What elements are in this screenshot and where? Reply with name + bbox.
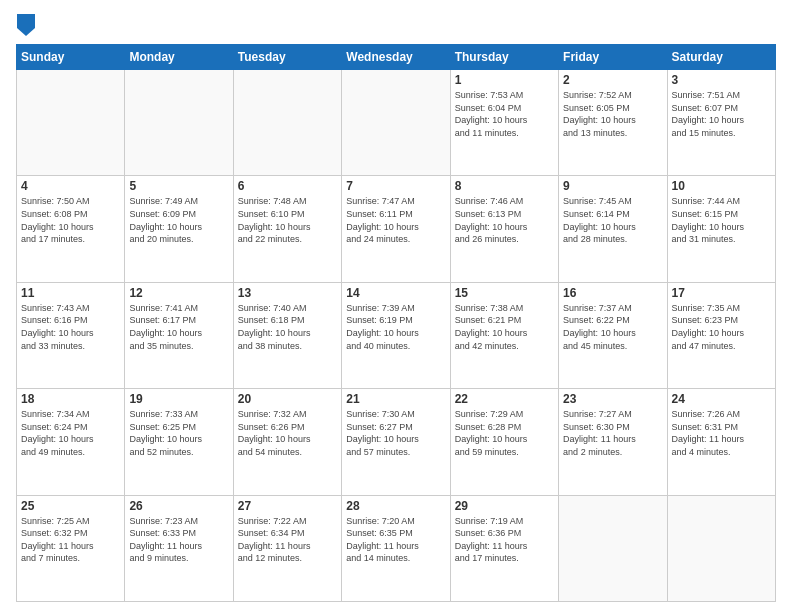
day-info: Sunrise: 7:47 AM Sunset: 6:11 PM Dayligh… [346, 195, 445, 245]
day-number: 15 [455, 286, 554, 300]
day-info: Sunrise: 7:29 AM Sunset: 6:28 PM Dayligh… [455, 408, 554, 458]
day-info: Sunrise: 7:39 AM Sunset: 6:19 PM Dayligh… [346, 302, 445, 352]
day-info: Sunrise: 7:38 AM Sunset: 6:21 PM Dayligh… [455, 302, 554, 352]
day-number: 29 [455, 499, 554, 513]
day-number: 21 [346, 392, 445, 406]
day-info: Sunrise: 7:45 AM Sunset: 6:14 PM Dayligh… [563, 195, 662, 245]
week-row-4: 18Sunrise: 7:34 AM Sunset: 6:24 PM Dayli… [17, 389, 776, 495]
calendar-cell: 1Sunrise: 7:53 AM Sunset: 6:04 PM Daylig… [450, 70, 558, 176]
week-row-5: 25Sunrise: 7:25 AM Sunset: 6:32 PM Dayli… [17, 495, 776, 601]
day-info: Sunrise: 7:51 AM Sunset: 6:07 PM Dayligh… [672, 89, 771, 139]
calendar-cell: 23Sunrise: 7:27 AM Sunset: 6:30 PM Dayli… [559, 389, 667, 495]
day-info: Sunrise: 7:48 AM Sunset: 6:10 PM Dayligh… [238, 195, 337, 245]
calendar-cell [233, 70, 341, 176]
svg-marker-0 [17, 14, 35, 36]
day-header-tuesday: Tuesday [233, 45, 341, 70]
day-info: Sunrise: 7:32 AM Sunset: 6:26 PM Dayligh… [238, 408, 337, 458]
day-info: Sunrise: 7:40 AM Sunset: 6:18 PM Dayligh… [238, 302, 337, 352]
calendar-cell: 8Sunrise: 7:46 AM Sunset: 6:13 PM Daylig… [450, 176, 558, 282]
day-number: 16 [563, 286, 662, 300]
day-number: 5 [129, 179, 228, 193]
calendar-cell: 4Sunrise: 7:50 AM Sunset: 6:08 PM Daylig… [17, 176, 125, 282]
calendar-cell: 26Sunrise: 7:23 AM Sunset: 6:33 PM Dayli… [125, 495, 233, 601]
calendar-cell: 21Sunrise: 7:30 AM Sunset: 6:27 PM Dayli… [342, 389, 450, 495]
calendar-cell: 16Sunrise: 7:37 AM Sunset: 6:22 PM Dayli… [559, 282, 667, 388]
calendar-cell: 2Sunrise: 7:52 AM Sunset: 6:05 PM Daylig… [559, 70, 667, 176]
day-info: Sunrise: 7:30 AM Sunset: 6:27 PM Dayligh… [346, 408, 445, 458]
calendar-cell: 17Sunrise: 7:35 AM Sunset: 6:23 PM Dayli… [667, 282, 775, 388]
calendar-cell: 3Sunrise: 7:51 AM Sunset: 6:07 PM Daylig… [667, 70, 775, 176]
calendar-cell: 27Sunrise: 7:22 AM Sunset: 6:34 PM Dayli… [233, 495, 341, 601]
day-number: 6 [238, 179, 337, 193]
week-row-3: 11Sunrise: 7:43 AM Sunset: 6:16 PM Dayli… [17, 282, 776, 388]
calendar-cell: 9Sunrise: 7:45 AM Sunset: 6:14 PM Daylig… [559, 176, 667, 282]
day-number: 19 [129, 392, 228, 406]
day-number: 3 [672, 73, 771, 87]
calendar-cell: 14Sunrise: 7:39 AM Sunset: 6:19 PM Dayli… [342, 282, 450, 388]
day-info: Sunrise: 7:50 AM Sunset: 6:08 PM Dayligh… [21, 195, 120, 245]
calendar-cell [559, 495, 667, 601]
day-info: Sunrise: 7:53 AM Sunset: 6:04 PM Dayligh… [455, 89, 554, 139]
calendar-cell: 12Sunrise: 7:41 AM Sunset: 6:17 PM Dayli… [125, 282, 233, 388]
day-info: Sunrise: 7:52 AM Sunset: 6:05 PM Dayligh… [563, 89, 662, 139]
day-info: Sunrise: 7:25 AM Sunset: 6:32 PM Dayligh… [21, 515, 120, 565]
day-info: Sunrise: 7:34 AM Sunset: 6:24 PM Dayligh… [21, 408, 120, 458]
day-number: 11 [21, 286, 120, 300]
day-info: Sunrise: 7:33 AM Sunset: 6:25 PM Dayligh… [129, 408, 228, 458]
calendar-cell: 20Sunrise: 7:32 AM Sunset: 6:26 PM Dayli… [233, 389, 341, 495]
day-number: 1 [455, 73, 554, 87]
day-header-monday: Monday [125, 45, 233, 70]
day-number: 7 [346, 179, 445, 193]
day-number: 9 [563, 179, 662, 193]
day-info: Sunrise: 7:22 AM Sunset: 6:34 PM Dayligh… [238, 515, 337, 565]
day-info: Sunrise: 7:35 AM Sunset: 6:23 PM Dayligh… [672, 302, 771, 352]
day-number: 26 [129, 499, 228, 513]
calendar-cell [125, 70, 233, 176]
calendar-cell: 10Sunrise: 7:44 AM Sunset: 6:15 PM Dayli… [667, 176, 775, 282]
page: SundayMondayTuesdayWednesdayThursdayFrid… [0, 0, 792, 612]
week-row-2: 4Sunrise: 7:50 AM Sunset: 6:08 PM Daylig… [17, 176, 776, 282]
day-number: 20 [238, 392, 337, 406]
day-number: 4 [21, 179, 120, 193]
header [16, 16, 776, 36]
day-number: 12 [129, 286, 228, 300]
calendar-cell: 29Sunrise: 7:19 AM Sunset: 6:36 PM Dayli… [450, 495, 558, 601]
day-info: Sunrise: 7:20 AM Sunset: 6:35 PM Dayligh… [346, 515, 445, 565]
day-info: Sunrise: 7:37 AM Sunset: 6:22 PM Dayligh… [563, 302, 662, 352]
day-info: Sunrise: 7:26 AM Sunset: 6:31 PM Dayligh… [672, 408, 771, 458]
day-header-friday: Friday [559, 45, 667, 70]
calendar-cell: 28Sunrise: 7:20 AM Sunset: 6:35 PM Dayli… [342, 495, 450, 601]
day-number: 8 [455, 179, 554, 193]
calendar-cell [667, 495, 775, 601]
calendar-cell: 15Sunrise: 7:38 AM Sunset: 6:21 PM Dayli… [450, 282, 558, 388]
day-header-sunday: Sunday [17, 45, 125, 70]
calendar-table: SundayMondayTuesdayWednesdayThursdayFrid… [16, 44, 776, 602]
day-info: Sunrise: 7:19 AM Sunset: 6:36 PM Dayligh… [455, 515, 554, 565]
day-info: Sunrise: 7:43 AM Sunset: 6:16 PM Dayligh… [21, 302, 120, 352]
calendar-cell [342, 70, 450, 176]
calendar-cell: 13Sunrise: 7:40 AM Sunset: 6:18 PM Dayli… [233, 282, 341, 388]
logo [16, 16, 35, 36]
day-header-wednesday: Wednesday [342, 45, 450, 70]
day-info: Sunrise: 7:46 AM Sunset: 6:13 PM Dayligh… [455, 195, 554, 245]
day-number: 24 [672, 392, 771, 406]
calendar-cell: 6Sunrise: 7:48 AM Sunset: 6:10 PM Daylig… [233, 176, 341, 282]
day-number: 27 [238, 499, 337, 513]
day-number: 23 [563, 392, 662, 406]
day-number: 17 [672, 286, 771, 300]
day-number: 13 [238, 286, 337, 300]
day-info: Sunrise: 7:41 AM Sunset: 6:17 PM Dayligh… [129, 302, 228, 352]
calendar-cell: 5Sunrise: 7:49 AM Sunset: 6:09 PM Daylig… [125, 176, 233, 282]
day-number: 10 [672, 179, 771, 193]
day-header-thursday: Thursday [450, 45, 558, 70]
day-info: Sunrise: 7:44 AM Sunset: 6:15 PM Dayligh… [672, 195, 771, 245]
day-info: Sunrise: 7:27 AM Sunset: 6:30 PM Dayligh… [563, 408, 662, 458]
calendar-cell: 11Sunrise: 7:43 AM Sunset: 6:16 PM Dayli… [17, 282, 125, 388]
day-info: Sunrise: 7:49 AM Sunset: 6:09 PM Dayligh… [129, 195, 228, 245]
calendar-cell [17, 70, 125, 176]
day-number: 25 [21, 499, 120, 513]
day-number: 14 [346, 286, 445, 300]
calendar-cell: 7Sunrise: 7:47 AM Sunset: 6:11 PM Daylig… [342, 176, 450, 282]
calendar-cell: 22Sunrise: 7:29 AM Sunset: 6:28 PM Dayli… [450, 389, 558, 495]
day-info: Sunrise: 7:23 AM Sunset: 6:33 PM Dayligh… [129, 515, 228, 565]
